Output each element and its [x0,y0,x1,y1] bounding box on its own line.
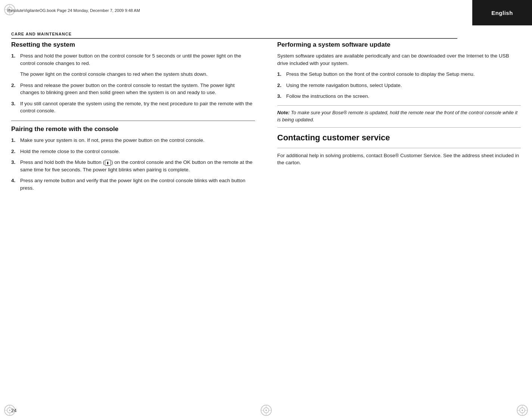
step-number [11,71,18,78]
bottom-center-decoration [259,404,273,417]
language-label: English [491,10,513,16]
section-header-text: Care and Maintenance [11,32,72,36]
software-update-title: Performing a system software update [277,41,521,49]
step-text: Make sure your system is on. If not, pre… [20,137,255,144]
step-text: Press and hold both the Mute button (▮) … [20,159,255,173]
svg-point-23 [522,410,523,411]
step-number: 1. [277,71,284,78]
list-item: 1. Press and hold the power button on th… [11,52,255,67]
list-item: 2. Hold the remote close to the control … [11,148,255,155]
note-text: To make sure your Bose® remote is update… [277,110,518,122]
resetting-title: Resetting the system [11,41,255,49]
list-item: 1. Make sure your system is on. If not, … [11,137,255,144]
list-item: 3. Press and hold both the Mute button (… [11,159,255,173]
list-item: 3. If you still cannot operate the syste… [11,100,255,115]
software-update-intro: System software updates are available pe… [277,52,521,67]
step-number: 1. [11,52,18,67]
step-text: Press the Setup button on the front of t… [286,71,521,78]
contacting-title: Contacting customer service [277,133,521,143]
note-label: Note: [277,110,290,115]
step-number: 3. [11,159,18,173]
svg-point-30 [265,410,267,411]
step-text: Hold the remote close to the control con… [20,148,255,155]
step-number: 2. [277,82,284,89]
step-text: The power light on the control console c… [20,71,255,78]
list-item: 4. Press any remote button and verify th… [11,177,255,192]
svg-point-16 [9,410,10,411]
mute-icon: ▮ [105,160,111,166]
step-text: Press any remote button and verify that … [20,177,255,192]
page-number: 24 [11,408,16,413]
step-number: 2. [11,82,18,96]
contacting-text: For additional help in solving problems,… [277,152,521,167]
resetting-steps-list: 1. Press and hold the power button on th… [11,52,255,115]
content-area: Resetting the system 1. Press and hold t… [11,41,521,398]
pairing-steps-list: 1. Make sure your system is on. If not, … [11,137,255,192]
step-number: 2. [11,148,18,155]
step-text: Press and hold the power button on the c… [20,52,255,67]
step-text: Follow the instructions on the screen. [286,93,521,100]
list-item: 2. Using the remote navigation buttons, … [277,82,521,89]
book-metadata: ResoluteVigilanteOG.book Page 24 Monday,… [7,8,140,13]
step-text: Press and release the power button on th… [20,82,255,96]
left-column: Resetting the system 1. Press and hold t… [11,41,262,398]
step-number: 3. [11,100,18,115]
list-item: 3. Follow the instructions on the screen… [277,93,521,100]
step-number: 4. [11,177,18,192]
section-header: Care and Maintenance [11,31,457,39]
step-text: Using the remote navigation buttons, sel… [286,82,521,89]
right-column: Performing a system software update Syst… [274,41,521,398]
software-update-steps-list: 1. Press the Setup button on the front o… [277,71,521,100]
list-item: 2. Press and release the power button on… [11,82,255,96]
step-number: 1. [11,137,18,144]
corner-decoration-br [516,404,529,417]
list-item: The power light on the control console c… [11,71,255,78]
pairing-title: Pairing the remote with the console [11,125,255,133]
step-text: If you still cannot operate the system u… [20,100,255,115]
note-block: Note: To make sure your Bose® remote is … [277,105,521,128]
right-divider [277,148,521,148]
list-item: 1. Press the Setup button on the front o… [277,71,521,78]
language-tab: English [472,0,532,25]
step-number: 3. [277,93,284,100]
section-divider [11,121,255,121]
